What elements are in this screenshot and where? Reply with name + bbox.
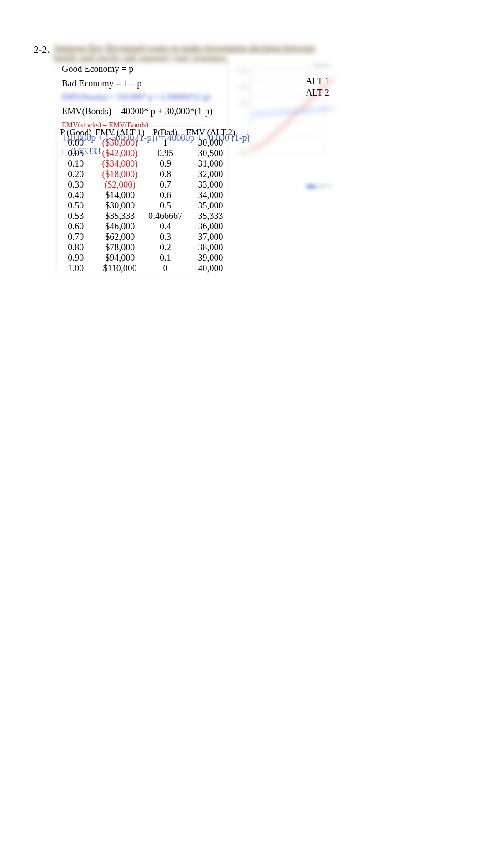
col-header-pbad: P(Bad) xyxy=(146,127,184,137)
cell-emv2: 39,000 xyxy=(184,253,237,263)
legend-footer-text: ALT 2 xyxy=(317,183,332,189)
cell-emv2: 36,000 xyxy=(184,221,237,232)
table-row: 0.90$94,0000.139,000 xyxy=(58,253,237,263)
cell-emv2: 30,500 xyxy=(184,148,237,158)
table-row: 0.30($2,000)0.733,000 xyxy=(58,179,237,190)
cell-pbad: 0.8 xyxy=(146,169,184,179)
table-row: 0.10($34,000)0.931,000 xyxy=(58,158,237,169)
cell-pbad: 0.466667 xyxy=(146,211,184,221)
table-row: 0.60$46,0000.436,000 xyxy=(58,221,237,232)
cell-pgood: 0.40 xyxy=(58,190,94,200)
cell-pgood: 0.53 xyxy=(58,211,94,221)
emv-table-wrap: P (Good) EMV (ALT 1) P(Bad) EMV (ALT 2) … xyxy=(58,127,209,275)
cell-emv2: 35,000 xyxy=(184,200,237,211)
table-row: 0.70$62,0000.337,000 xyxy=(58,232,237,242)
cell-pgood: 0.50 xyxy=(58,200,94,211)
emv-bonds-line: EMV(Bonds) = 40000* p + 30,000*(1-p) xyxy=(62,104,226,118)
cell-emv1: ($18,000) xyxy=(94,169,146,179)
cell-pgood: 0.80 xyxy=(58,242,94,253)
cell-emv1: $46,000 xyxy=(94,221,146,232)
cell-emv2: 31,000 xyxy=(184,158,237,169)
cell-pbad: 0.9 xyxy=(146,158,184,169)
emv-table: P (Good) EMV (ALT 1) P(Bad) EMV (ALT 2) … xyxy=(58,127,237,274)
cell-pgood: 0.05 xyxy=(58,148,94,158)
cell-emv2: 38,000 xyxy=(184,242,237,253)
cell-pbad: 0.4 xyxy=(146,221,184,232)
chart-yaxis-labels: 12000080000400000-40000-60000 xyxy=(231,68,249,155)
cell-pbad: 0.3 xyxy=(146,232,184,242)
cell-pgood: 0.00 xyxy=(58,137,94,148)
table-row: 0.50$30,0000.535,000 xyxy=(58,200,237,211)
cell-pbad: 0 xyxy=(146,263,184,274)
chart-footer-legend-blurred: ALT 2 xyxy=(307,183,332,190)
cell-pgood: 0.60 xyxy=(58,221,94,232)
cell-pgood: 1.00 xyxy=(58,263,94,274)
cell-pgood: 0.10 xyxy=(58,158,94,169)
table-row: 0.80$78,0000.238,000 xyxy=(58,242,237,253)
cell-emv1: $110,000 xyxy=(94,263,146,274)
col-header-emv1: EMV (ALT 1) xyxy=(94,127,146,137)
cell-emv1: ($2,000) xyxy=(94,179,146,190)
cell-emv1: $30,000 xyxy=(94,200,146,211)
cell-pbad: 0.6 xyxy=(146,190,184,200)
cell-pbad: 0.2 xyxy=(146,242,184,253)
col-header-pgood: P (Good) xyxy=(58,127,94,137)
table-row: 0.53$35,3330.46666735,333 xyxy=(58,211,237,221)
cell-pgood: 0.20 xyxy=(58,169,94,179)
cell-emv2: 32,000 xyxy=(184,169,237,179)
table-row: 0.20($18,000)0.832,000 xyxy=(58,169,237,179)
chart-series-lines xyxy=(251,68,333,155)
cell-emv1: ($50,000) xyxy=(94,137,146,148)
cell-pgood: 0.30 xyxy=(58,179,94,190)
good-economy-line: Good Economy = p xyxy=(62,62,226,76)
cell-pgood: 0.90 xyxy=(58,253,94,263)
cell-pbad: 0.5 xyxy=(146,200,184,211)
bad-economy-line: Bad Economy = 1 – p xyxy=(62,76,226,90)
cell-emv1: ($34,000) xyxy=(94,158,146,169)
cell-emv1: $78,000 xyxy=(94,242,146,253)
emv-stocks-line-blurred: EMV(Stocks) = 110,000* p + (-50000)*(1-p… xyxy=(62,91,226,103)
cell-emv2: 33,000 xyxy=(184,179,237,190)
table-row: 0.00($50,000)130,000 xyxy=(58,137,237,148)
col-header-emv2: EMV (ALT 2) xyxy=(184,127,237,137)
table-row: 0.05($42,000)0.9530,500 xyxy=(58,148,237,158)
chart-divider xyxy=(227,54,228,198)
cell-emv1: $14,000 xyxy=(94,190,146,200)
legend-swatch-icon xyxy=(307,185,316,188)
cell-emv1: ($42,000) xyxy=(94,148,146,158)
cell-emv1: $35,333 xyxy=(94,211,146,221)
cell-emv2: 35,333 xyxy=(184,211,237,221)
cell-pbad: 0.1 xyxy=(146,253,184,263)
cell-emv2: 40,000 xyxy=(184,263,237,274)
cell-pgood: 0.70 xyxy=(58,232,94,242)
table-row: 1.00$110,000040,000 xyxy=(58,263,237,274)
cell-emv1: $94,000 xyxy=(94,253,146,263)
table-row: 0.40$14,0000.634,000 xyxy=(58,190,237,200)
emv-chart-blurred: 12000080000400000-40000-60000 xyxy=(231,59,332,164)
cell-pbad: 1 xyxy=(146,137,184,148)
cell-pbad: 0.95 xyxy=(146,148,184,158)
cell-emv2: 37,000 xyxy=(184,232,237,242)
problem-number: 2-2. xyxy=(34,44,50,56)
cell-emv2: 34,000 xyxy=(184,190,237,200)
cell-emv1: $62,000 xyxy=(94,232,146,242)
cell-pbad: 0.7 xyxy=(146,179,184,190)
cell-emv2: 30,000 xyxy=(184,137,237,148)
